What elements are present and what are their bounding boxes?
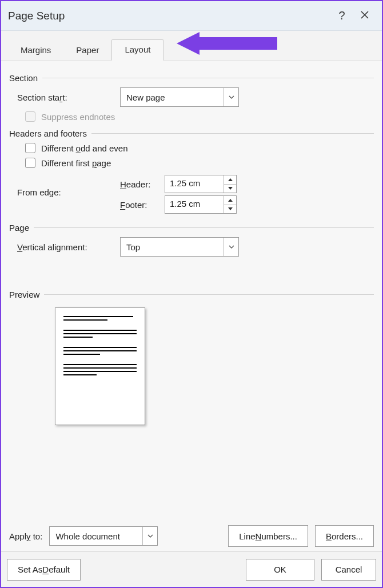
section-start-label: Section start: [17,93,120,102]
preview-area [55,307,145,425]
spin-down-icon[interactable] [224,205,236,214]
cancel-button[interactable]: Cancel [321,559,376,581]
ok-button[interactable]: OK [246,559,314,581]
vertical-alignment-combo[interactable]: Top [120,237,239,257]
dialog-content: Section Section start: New page Suppress… [1,61,382,551]
different-first-page-checkbox[interactable] [25,158,35,168]
header-distance-label: Header: [120,179,165,189]
apply-to-label: Apply to: [9,531,42,541]
divider [34,227,374,228]
different-first-page-label: Different first page [41,158,111,168]
preview-page-icon [55,307,145,425]
set-as-default-button[interactable]: Set As Default [7,559,81,581]
suppress-endnotes-label: Suppress endnotes [41,112,115,122]
spin-down-icon[interactable] [224,184,236,193]
group-headers-footers-label: Headers and footers [9,129,91,138]
group-section: Section [9,73,374,83]
section-start-combo[interactable]: New page [120,87,239,107]
borders-button[interactable]: Borders... [315,525,374,547]
vertical-alignment-label: Vertical alignment: [17,242,120,252]
tab-layout[interactable]: Layout [111,39,163,61]
titlebar: Page Setup ? [1,1,382,31]
tab-margins[interactable]: Margins [8,41,63,61]
close-button[interactable] [353,10,376,22]
footer-distance-label: Footer: [120,200,165,210]
group-preview: Preview [9,290,374,299]
divider [91,133,374,134]
chevron-down-icon [142,527,157,545]
group-headers-footers: Headers and footers [9,129,374,138]
suppress-endnotes-checkbox [25,111,35,122]
group-page-label: Page [9,223,34,233]
dialog-title: Page Setup [7,10,330,22]
group-preview-label: Preview [9,290,44,299]
vertical-alignment-value: Top [121,242,224,252]
header-distance-spinner[interactable]: 1.25 cm [165,175,237,193]
section-start-value: New page [121,93,224,102]
from-edge-label: From edge: [17,173,120,197]
chevron-down-icon [224,88,238,106]
chevron-down-icon [224,238,238,256]
dialog-footer: Set As Default OK Cancel [1,551,382,587]
tab-strip: Margins Paper Layout [1,31,382,61]
header-distance-value: 1.25 cm [165,175,224,193]
spin-up-icon[interactable] [224,175,236,184]
divider [44,294,374,295]
group-page: Page [9,223,374,233]
different-odd-even-checkbox[interactable] [25,143,35,153]
tab-paper[interactable]: Paper [63,41,111,61]
footer-distance-value: 1.25 cm [165,196,224,213]
help-button[interactable]: ? [330,9,353,22]
group-section-label: Section [9,73,42,83]
line-numbers-button[interactable]: Line Numbers... [228,525,308,547]
close-icon [361,11,369,19]
divider [42,78,374,78]
different-odd-even-label: Different odd and even [41,143,128,153]
footer-distance-spinner[interactable]: 1.25 cm [165,195,237,214]
apply-to-combo[interactable]: Whole document [49,526,158,546]
apply-to-value: Whole document [50,531,142,541]
spin-up-icon[interactable] [224,196,236,205]
